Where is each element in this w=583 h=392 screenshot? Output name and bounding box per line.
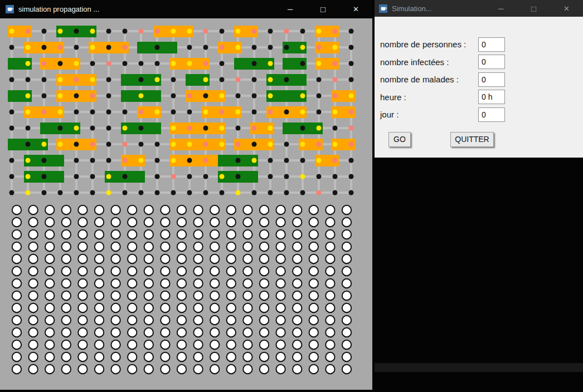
control-window: Simulation... ─ □ ✕ nombre de personnes … xyxy=(375,0,583,158)
minimize-button[interactable]: ─ xyxy=(484,0,517,17)
go-button[interactable]: GO xyxy=(388,132,411,147)
button-row: GO QUITTER xyxy=(380,132,583,147)
minimize-button[interactable]: ─ xyxy=(274,0,307,18)
window-title: Simulation... xyxy=(392,4,484,13)
simulation-window-titlebar: simulation propagation ... ─ □ ✕ xyxy=(0,0,372,18)
form-row-personnes: nombre de personnes : xyxy=(380,36,583,53)
close-button[interactable]: ✕ xyxy=(550,0,583,17)
infectees-label: nombre infectées : xyxy=(380,57,478,67)
simulation-window: simulation propagation ... ─ □ ✕ xyxy=(0,0,372,390)
malades-label: nombre de malades : xyxy=(380,75,478,84)
maximize-button[interactable]: □ xyxy=(517,0,550,17)
jour-field[interactable] xyxy=(478,107,505,122)
quitter-button[interactable]: QUITTER xyxy=(450,132,494,147)
java-app-icon xyxy=(6,5,14,13)
malades-field[interactable] xyxy=(478,72,505,87)
maximize-button[interactable]: □ xyxy=(307,0,339,18)
personnes-label: nombre de personnes : xyxy=(380,40,478,49)
form-row-heure: heure : xyxy=(380,89,583,106)
close-button[interactable]: ✕ xyxy=(339,0,372,18)
simulation-canvas xyxy=(0,18,372,390)
java-app-icon xyxy=(379,4,387,13)
form-row-malades: nombre de malades : xyxy=(380,71,583,89)
control-window-titlebar: Simulation... ─ □ ✕ xyxy=(375,0,583,17)
jour-label: jour : xyxy=(380,110,478,119)
form-row-jour: jour : xyxy=(380,106,583,124)
heure-field[interactable] xyxy=(478,90,505,104)
infectees-field[interactable] xyxy=(478,55,505,69)
window-title: simulation propagation ... xyxy=(18,5,274,13)
personnes-field[interactable] xyxy=(478,37,505,52)
form-row-infectees: nombre infectées : xyxy=(380,53,583,71)
background-strip xyxy=(375,363,583,372)
simulation-form: nombre de personnes : nombre infectées :… xyxy=(375,17,583,147)
heure-label: heure : xyxy=(380,92,478,102)
